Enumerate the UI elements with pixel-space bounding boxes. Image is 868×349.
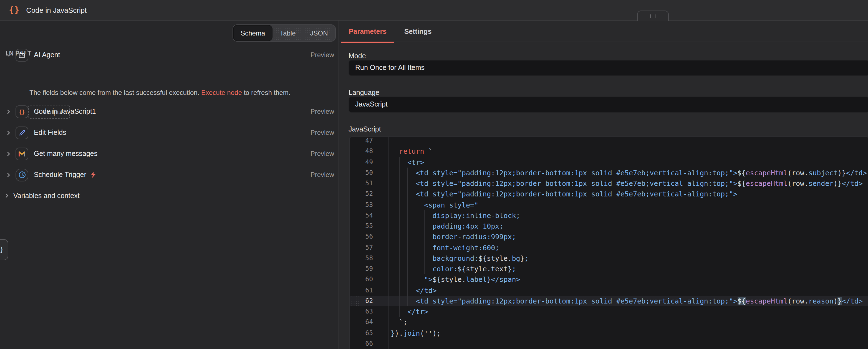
- sidebar-item-edit-fields[interactable]: Edit Fields Preview: [0, 125, 339, 140]
- line-number: 57: [350, 242, 373, 253]
- code-line: font-weight:600;: [391, 242, 499, 253]
- trigger-bolt-icon: [90, 171, 96, 178]
- language-select-value: JavaScript: [355, 101, 388, 108]
- line-number: 65: [350, 328, 373, 339]
- sidebar-item-label: AI Agent: [34, 51, 60, 59]
- line-number: 51: [350, 178, 373, 189]
- line-number: 62: [350, 296, 373, 307]
- mode-field-label: Mode: [348, 52, 366, 60]
- code-line: padding:4px 10px;: [391, 221, 503, 232]
- tab-schema[interactable]: Schema: [234, 26, 272, 40]
- code-line: <td style="padding:12px;border-bottom:1p…: [391, 178, 863, 189]
- sidebar-item-schedule-trigger[interactable]: Schedule Trigger Preview: [0, 167, 339, 182]
- code-line: <td style="padding:12px;border-bottom:1p…: [391, 167, 867, 179]
- code-line: return `: [391, 146, 433, 157]
- tab-settings[interactable]: Settings: [401, 21, 435, 42]
- gutter-separator: [389, 137, 389, 349]
- line-number: 54: [350, 210, 373, 221]
- focus-panel-button[interactable]: {}: [0, 239, 8, 260]
- chevron-right-icon[interactable]: [5, 151, 12, 157]
- sidebar-item-label: Schedule Trigger: [34, 171, 86, 179]
- sidebar-item-label: Code in JavaScript1: [34, 108, 96, 116]
- execution-notice: The fields below come from the last succ…: [29, 89, 290, 97]
- tab-json[interactable]: JSON: [303, 26, 335, 40]
- chevron-down-icon[interactable]: [5, 52, 12, 58]
- grip-icon: [650, 14, 651, 18]
- code-editor[interactable]: 4748 return `49 <tr>50 <td style="paddin…: [349, 136, 868, 349]
- line-number: 59: [350, 263, 373, 274]
- code-line: color:${style.text};: [391, 263, 516, 274]
- code-line: border-radius:999px;: [391, 232, 516, 243]
- mode-select-value: Run Once for All Items: [355, 64, 425, 72]
- line-number: 60: [350, 274, 373, 285]
- line-number: 61: [350, 285, 373, 296]
- preview-link[interactable]: Preview: [311, 150, 334, 158]
- line-number: 48: [350, 146, 373, 157]
- parameters-panel: Parameters Settings Mode Run Once for Al…: [339, 21, 868, 349]
- panel-drag-handle[interactable]: [637, 10, 669, 21]
- code-line: <td style="padding:12px;border-bottom:1p…: [391, 189, 737, 200]
- execute-node-link[interactable]: Execute node: [201, 89, 242, 97]
- gmail-icon: [16, 147, 28, 160]
- line-number: 50: [350, 167, 373, 179]
- sidebar-item-label: Variables and context: [13, 192, 80, 199]
- sidebar-item-code-in-javascript1[interactable]: {} Code in JavaScript1 Preview: [0, 104, 339, 119]
- preview-link[interactable]: Preview: [311, 108, 334, 116]
- line-number: 55: [350, 221, 373, 232]
- mode-select[interactable]: Run Once for All Items: [348, 60, 868, 76]
- chevron-right-icon[interactable]: [4, 193, 10, 199]
- line-number: 53: [350, 199, 373, 210]
- code-line: </td>: [391, 285, 437, 296]
- line-number: 66: [350, 339, 373, 349]
- line-number: 58: [350, 253, 373, 264]
- code-line: display:inline-block;: [391, 210, 520, 221]
- sidebar-item-ai-agent[interactable]: AI Agent Preview: [0, 48, 339, 62]
- parameters-tab-bar: Parameters Settings: [339, 21, 868, 42]
- code-braces-icon: {}: [16, 105, 28, 118]
- code-braces-icon: {}: [9, 5, 20, 15]
- clock-icon: [16, 168, 28, 181]
- code-line: <tr>: [391, 157, 424, 167]
- code-line: }).join('');: [391, 328, 441, 339]
- code-line: <td style="padding:12px;border-bottom:1p…: [391, 296, 863, 307]
- javascript-editor-label: JavaScript: [348, 125, 381, 133]
- line-number: 63: [350, 306, 373, 317]
- grip-icon: [655, 14, 655, 18]
- input-view-switcher: Schema Table JSON: [232, 24, 336, 42]
- sidebar-item-label: Edit Fields: [34, 129, 66, 136]
- code-line: <span style=": [391, 199, 478, 210]
- code-line: ">${style.label}</span>: [391, 274, 520, 285]
- tab-parameters[interactable]: Parameters: [341, 21, 394, 42]
- line-number: 47: [350, 136, 373, 146]
- line-number: 52: [350, 189, 373, 200]
- language-field-label: Language: [348, 89, 379, 97]
- chevron-right-icon[interactable]: [5, 130, 12, 136]
- sidebar-item-variables-and-context[interactable]: Variables and context: [0, 188, 339, 203]
- window-header: {} Code in JavaScript: [0, 0, 868, 21]
- sidebar-item-get-many-messages[interactable]: Get many messages Preview: [0, 147, 339, 161]
- preview-link[interactable]: Preview: [311, 51, 334, 59]
- grip-icon: [653, 14, 653, 18]
- language-select[interactable]: JavaScript: [348, 97, 868, 113]
- sidebar-item-label: Get many messages: [34, 150, 97, 158]
- chevron-right-icon[interactable]: [5, 172, 12, 178]
- input-panel: INPUT Schema Table JSON AI Agent Preview…: [0, 21, 339, 349]
- notice-text-after: to refresh them.: [242, 89, 290, 97]
- pencil-icon: [16, 126, 28, 139]
- node-title: Code in JavaScript: [26, 6, 87, 14]
- node-details-view: {} Code in JavaScript INPUT Schema Table…: [0, 0, 868, 349]
- tab-table[interactable]: Table: [272, 26, 303, 40]
- preview-link[interactable]: Preview: [311, 129, 334, 136]
- code-line: `;: [391, 317, 407, 328]
- code-line: background:${style.bg};: [391, 253, 529, 264]
- line-number: 49: [350, 157, 373, 167]
- notice-text: The fields below come from the last succ…: [29, 89, 201, 97]
- chevron-right-icon[interactable]: [5, 108, 12, 115]
- preview-link[interactable]: Preview: [311, 171, 334, 179]
- line-number: 64: [350, 317, 373, 328]
- code-line: </tr>: [391, 306, 428, 317]
- robot-icon: [16, 49, 28, 61]
- line-number: 56: [350, 232, 373, 243]
